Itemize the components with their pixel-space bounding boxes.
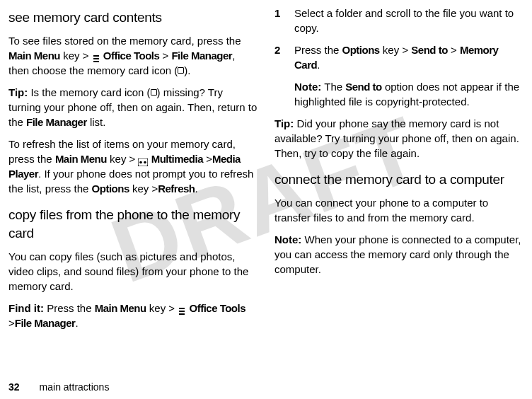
text: When your phone is connected to a comput… (274, 233, 521, 275)
send-to-label: Send to (345, 81, 382, 93)
multimedia-icon (138, 155, 148, 163)
text: . (317, 59, 320, 71)
refresh-label: Refresh (158, 183, 195, 195)
text: Press the (294, 44, 342, 56)
svg-rect-0 (138, 158, 148, 166)
text: key > (129, 183, 158, 195)
file-manager-label: File Manager (171, 50, 232, 62)
text: Select a folder and scroll to the file y… (294, 7, 514, 34)
office-tools-icon (178, 304, 186, 313)
text: key > (146, 302, 175, 314)
text: list. (87, 116, 106, 128)
text: ). (184, 64, 190, 76)
text: . (75, 317, 78, 329)
text: key > (380, 44, 412, 56)
send-to-label: Send to (411, 44, 448, 56)
file-manager-label: File Manager (15, 317, 76, 329)
multimedia-label: Multimedia (151, 153, 203, 165)
right-column: Select a folder and scroll to the file y… (274, 6, 524, 366)
find-it-label: Find it: (8, 302, 44, 314)
tip-paragraph: Tip: Is the memory card icon () missing?… (8, 85, 258, 129)
options-label: Options (342, 44, 380, 56)
heading-see-contents: see memory card contents (8, 8, 258, 28)
file-manager-label: File Manager (26, 116, 87, 128)
text: > (448, 44, 460, 56)
heading-copy-files: copy files from the phone to the memory … (8, 206, 258, 243)
memory-card-icon (151, 89, 157, 96)
office-tools-label: Office Tools (189, 302, 245, 314)
office-tools-icon (92, 52, 100, 60)
section-title: main attractions (40, 381, 110, 393)
note-paragraph: Note: When your phone is connected to a … (274, 232, 524, 277)
text: Is the memory card icon ( (28, 86, 150, 98)
heading-connect-computer: connect the memory card to a computer (274, 170, 524, 190)
paragraph: To refresh the list of items on your mem… (8, 137, 258, 196)
steps-list: Select a folder and scroll to the file y… (274, 6, 524, 79)
main-menu-label: Main Menu (95, 302, 146, 314)
step-1: Select a folder and scroll to the file y… (274, 6, 524, 35)
svg-point-2 (144, 161, 147, 164)
text: Did your phone say the memory card is no… (274, 117, 519, 159)
tip-paragraph: Tip: Did your phone say the memory card … (274, 116, 524, 161)
find-it-paragraph: Find it: Press the Main Menu key > Offic… (8, 301, 258, 330)
note-paragraph: Note: The Send to option does not appear… (274, 79, 524, 109)
text: To see files stored on the memory card, … (8, 35, 241, 47)
text: > (159, 50, 171, 62)
page-footer: 32main attractions (8, 381, 109, 395)
text: > (8, 317, 15, 329)
paragraph: To see files stored on the memory card, … (8, 33, 258, 78)
options-label: Options (92, 183, 129, 195)
tip-label: Tip: (274, 117, 294, 129)
step-2: Press the Options key > Send to > Memory… (274, 42, 524, 72)
note-label: Note: (294, 81, 321, 93)
paragraph: You can connect your phone to a computer… (274, 195, 524, 225)
two-column-layout: see memory card contents To see files st… (8, 6, 524, 366)
text: > (206, 153, 212, 165)
text: Press the (44, 302, 95, 314)
svg-point-1 (140, 161, 143, 164)
tip-label: Tip: (8, 86, 28, 98)
left-column: see memory card contents To see files st… (8, 6, 258, 366)
text: The (321, 81, 345, 93)
text: . (195, 183, 198, 195)
page-number: 32 (8, 381, 20, 393)
office-tools-label: Office Tools (103, 50, 160, 62)
main-menu-label: Main Menu (55, 153, 107, 165)
note-label: Note: (274, 233, 301, 245)
memory-card-icon (178, 67, 184, 74)
text: key > (107, 153, 135, 165)
paragraph: You can copy files (such as pictures and… (8, 249, 258, 294)
main-menu-label: Main Menu (8, 50, 60, 62)
text: key > (60, 50, 88, 62)
